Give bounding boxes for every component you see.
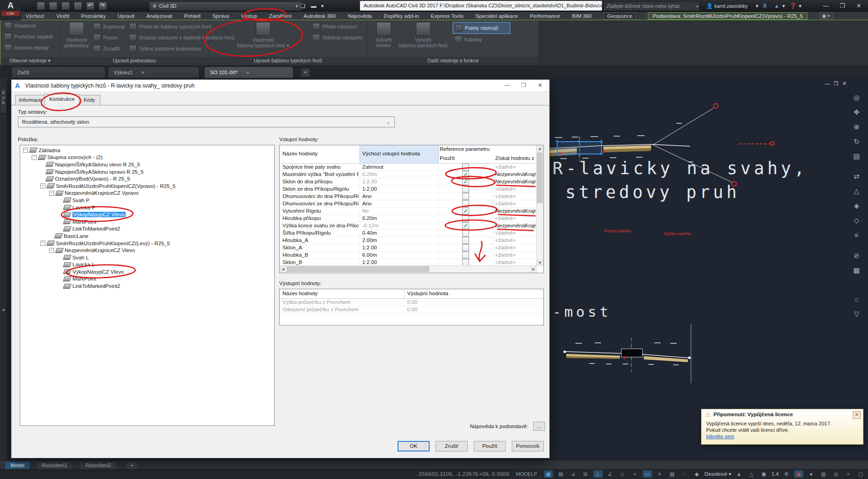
menu-tab-v-stup[interactable]: Výstup: [241, 13, 257, 19]
grid-icon[interactable]: ▦: [544, 470, 553, 478]
table-row[interactable]: Sklon do dna příkopu1:2.00✓NezpevněnáKra…: [280, 178, 537, 186]
ucs-icon[interactable]: △: [851, 185, 862, 197]
subassembly-properties-button[interactable]: Vlastnostipodsestavy: [63, 22, 90, 48]
ribbon-item-izolovat[interactable]: Izolovat objekty: [14, 45, 49, 50]
precision-dropdown[interactable]: Desetinné ▾: [705, 471, 731, 477]
cell-value[interactable]: Zahrnout: [362, 163, 436, 171]
tree-expand-icon[interactable]: −: [23, 148, 28, 153]
lineweight-icon[interactable]: ≡: [655, 470, 664, 478]
cell-value[interactable]: 0.20m: [362, 215, 436, 222]
tree-item-label[interactable]: NapojeníŠířkyASklonu vlevo R 25_5: [55, 162, 140, 167]
tree-item-label[interactable]: NezpevněnáKrajniceCZ Vlevo: [65, 248, 135, 253]
use-checkbox[interactable]: ✓: [462, 208, 469, 215]
plot-icon[interactable]: [74, 2, 82, 10]
menu-tab-speci-ln-aplikace[interactable]: Speciální aplikace: [475, 13, 518, 19]
table-row[interactable]: Výška konce svahu ze dna Příkop...-0.12m…: [280, 222, 537, 230]
autodesk-360-icon[interactable]: ▲: [774, 1, 780, 11]
tree-item-label[interactable]: OznačenýBod(Vpravo) - R 25_5: [55, 176, 130, 182]
assembly-properties-button[interactable]: Vlastnostišablony typických řezů ▾: [234, 22, 292, 48]
input-table-vscrollbar[interactable]: ▲ ▼: [536, 145, 543, 266]
layout-tab-model[interactable]: Model: [5, 461, 30, 469]
use-checkbox[interactable]: ✓: [462, 171, 469, 178]
scroll-right-icon[interactable]: ►: [530, 266, 537, 273]
menu-tab-v-choz-[interactable]: Výchozí: [26, 13, 44, 19]
cell-value[interactable]: Ne: [362, 207, 436, 215]
tree-row[interactable]: −NezpevněnáKrajniceCZ Vpravo: [20, 190, 274, 197]
list-icon[interactable]: ≡: [851, 229, 862, 241]
menu-tab-express-tools[interactable]: Express Tools: [431, 13, 464, 19]
model-space-toggle[interactable]: MODELP: [513, 470, 540, 478]
cell-reference[interactable]: NezpevněnáKrajnice: [495, 178, 536, 185]
swap-view-icon[interactable]: ⇄: [851, 171, 862, 182]
notification-close-icon[interactable]: ✕: [853, 411, 861, 419]
qnew-icon[interactable]: [37, 2, 45, 10]
assembly-tree[interactable]: −Základna−Skupina vzorových - (2)Napojen…: [20, 145, 275, 426]
units-icon[interactable]: ●: [807, 470, 816, 478]
object-snap-icon[interactable]: ▭: [643, 470, 652, 478]
table-row[interactable]: Ohumusování ze dna Příkopu/RigoluAno<žád…: [280, 200, 537, 208]
help-dropdown-icon[interactable]: ▾: [799, 1, 802, 11]
infer-constraints-icon[interactable]: ⊿: [569, 470, 578, 478]
tree-row[interactable]: NapojeníŠířkyASklonu vpravo R 25_5: [20, 168, 274, 176]
annotation-monitor-icon[interactable]: ◉: [794, 470, 803, 478]
cell-value[interactable]: Ano: [362, 193, 436, 200]
dialog-close-icon[interactable]: ✕: [532, 80, 548, 91]
ribbon-item-katalog[interactable]: Katalog: [464, 37, 481, 42]
menu-tab-performance[interactable]: Performance: [530, 13, 560, 19]
create-assembly-button[interactable]: Vytvořitšablonu typických řezů: [397, 22, 449, 48]
scroll-down-icon[interactable]: ▼: [536, 259, 543, 266]
table-row[interactable]: Maximální výška "Bod vyústění Pl...0.20m…: [280, 171, 537, 178]
tree-row[interactable]: −SměrRozdělJízdníPruhKlopeníCZ(Levý) - R…: [20, 240, 274, 247]
use-checkbox[interactable]: [462, 259, 469, 266]
scroll-up-icon[interactable]: ▲: [536, 145, 543, 152]
table-row[interactable]: Vytvoření RigoluNe✓NezpevněnáKrajnice: [280, 207, 537, 215]
cell-value[interactable]: 1:2.00: [362, 259, 436, 266]
tree-row[interactable]: Lavicka P: [20, 204, 274, 211]
dynamic-input-icon[interactable]: ⊟: [581, 470, 590, 478]
ribbon-item-vybrat-podobne[interactable]: Vybrat podobné podsestavy: [139, 46, 201, 51]
tree-row[interactable]: −Skupina vzorových - (2): [20, 154, 274, 161]
tree-row[interactable]: VýkopNásypCZ Vlevo: [20, 268, 274, 275]
use-checkbox[interactable]: ✓: [462, 222, 469, 229]
tree-item-label[interactable]: MarkPoint: [72, 219, 96, 225]
cell-reference[interactable]: <žádné>: [495, 229, 536, 237]
isometric-draft-icon[interactable]: ◇: [618, 470, 627, 478]
tree-row[interactable]: BasicLane: [20, 232, 274, 240]
tree-row[interactable]: Svah L: [20, 254, 274, 261]
open-icon[interactable]: [49, 2, 57, 10]
tree-expand-icon[interactable]: −: [40, 183, 45, 188]
cell-value[interactable]: Ano: [362, 200, 436, 207]
window-minimize-icon[interactable]: —: [819, 1, 833, 11]
use-checkbox[interactable]: [462, 230, 469, 237]
redo-icon[interactable]: ↷: [99, 2, 107, 10]
scroll-left-icon[interactable]: ◄: [280, 266, 287, 273]
tree-row[interactable]: VýkopNásypCZ Vlevo: [20, 211, 274, 218]
doc-close-icon[interactable]: ✕: [842, 81, 846, 87]
infocenter-expand-icon[interactable]: ▸: [597, 1, 600, 11]
tree-item-label[interactable]: NapojeníŠířkyASklonu vpravo R 25_5: [55, 169, 144, 175]
tree-item-label[interactable]: MarkPoint: [72, 276, 96, 281]
menu-tab-pohled[interactable]: Pohled: [184, 13, 200, 19]
cell-reference[interactable]: <žádné>: [495, 237, 536, 244]
window-restore-icon[interactable]: ❐: [835, 1, 849, 11]
undo-icon[interactable]: ↶: [86, 2, 94, 10]
user-dropdown-icon[interactable]: ▾: [756, 1, 758, 11]
cancel-button[interactable]: Zrušiť: [436, 441, 468, 451]
help-button[interactable]: Pomocník: [512, 441, 544, 451]
ok-button[interactable]: OK: [398, 441, 430, 451]
tree-row[interactable]: LinkToMarkedPoint2: [20, 282, 274, 290]
apply-button[interactable]: Použít: [474, 441, 506, 451]
cell-value[interactable]: 2.00m: [362, 237, 436, 244]
cell-reference[interactable]: <žádné>: [495, 251, 536, 259]
tree-row[interactable]: MarkPoint: [20, 275, 274, 283]
isolate-objects-icon[interactable]: ◎: [831, 470, 840, 478]
orbit-icon[interactable]: ↻: [851, 136, 862, 148]
tree-item-label[interactable]: Svah P: [72, 198, 89, 203]
tree-row[interactable]: OznačenýBod(Vpravo) - R 25_5: [20, 175, 274, 182]
tree-row[interactable]: Svah P: [20, 197, 274, 204]
polar-tracking-icon[interactable]: ∠: [606, 470, 615, 478]
workspace-switch-icon[interactable]: ▬: [311, 1, 316, 11]
use-checkbox[interactable]: [462, 186, 469, 193]
table-row[interactable]: Ohumusování do dna Příkopu/RigoluAno<žád…: [280, 193, 537, 200]
annotation-scale-value[interactable]: 1.4: [772, 471, 779, 477]
